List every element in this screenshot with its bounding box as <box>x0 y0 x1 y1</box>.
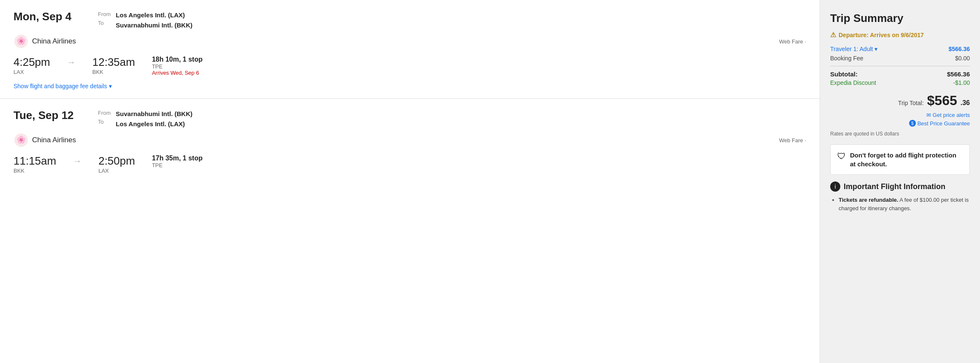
trip-total-label: Trip Total: <box>898 100 924 106</box>
trip-total-row: Trip Total: $565.36 <box>830 93 970 108</box>
trip-summary-title: Trip Summary <box>830 12 970 25</box>
protection-text: Don't forget to add flight protection at… <box>850 151 963 168</box>
important-title: Important Flight Information <box>844 182 945 191</box>
rates-note: Rates are quoted in US dollars <box>830 131 970 137</box>
return-date: Tue, Sep 12 <box>14 109 74 122</box>
main-content: Mon, Sep 4 From To Los Angeles Intl. (LA… <box>0 0 820 363</box>
booking-fee-value: $0.00 <box>955 55 970 62</box>
svg-text:🌸: 🌸 <box>16 36 26 46</box>
return-web-fare: Web Fare · <box>779 137 806 144</box>
departure-warning-text: Departure: Arrives on 9/6/2017 <box>839 32 924 38</box>
outbound-flight-segment: Mon, Sep 4 From To Los Angeles Intl. (LA… <box>0 0 820 99</box>
discount-value: -$1.00 <box>953 79 970 86</box>
trip-total-cents: .36 <box>961 99 970 107</box>
trip-total-dollars: $565 <box>927 93 957 108</box>
outbound-airline-name: China Airlines <box>32 37 76 46</box>
important-section: i Important Flight Information Tickets a… <box>830 182 970 212</box>
important-item-1: Tickets are refundable. A fee of $100.00… <box>839 196 970 212</box>
email-icon: ✉ <box>926 112 931 118</box>
outbound-stop: TPE <box>152 63 203 70</box>
return-airline-logo: 🌸 <box>14 133 29 148</box>
return-depart-code: BKK <box>14 168 56 174</box>
outbound-depart-time: 4:25pm <box>14 56 50 69</box>
subtotal-label: Subtotal: <box>830 70 858 78</box>
outbound-to-label: To <box>98 19 111 28</box>
return-arrow-icon: → <box>73 154 81 166</box>
best-price-guarantee-link[interactable]: $ Best Price Guarantee <box>909 120 970 127</box>
protection-box: 🛡 Don't forget to add flight protection … <box>830 144 970 175</box>
shield-icon: 🛡 <box>837 152 846 161</box>
outbound-from-airport: Los Angeles Intl. (LAX) <box>116 10 192 20</box>
traveler-row: Traveler 1: Adult ▾ $566.36 <box>830 46 970 52</box>
traveler-price: $566.36 <box>948 46 970 52</box>
discount-label: Expedia Discount <box>830 79 876 86</box>
outbound-arrive-time: 12:35am <box>92 56 135 69</box>
guarantee-icon: $ <box>909 120 916 127</box>
outbound-depart-code: LAX <box>14 69 50 75</box>
return-flight-segment: Tue, Sep 12 From To Suvarnabhumi Intl. (… <box>0 99 820 182</box>
discount-row: Expedia Discount -$1.00 <box>830 79 970 86</box>
outbound-to-airport: Suvarnabhumi Intl. (BKK) <box>116 20 192 30</box>
outbound-arrives-note: Arrives Wed, Sep 6 <box>152 70 203 76</box>
outbound-arrive-code: BKK <box>92 69 135 75</box>
outbound-duration: 18h 10m, 1 stop <box>152 56 203 63</box>
traveler-link[interactable]: Traveler 1: Adult ▾ <box>830 46 877 52</box>
return-arrive-time: 2:50pm <box>98 154 135 168</box>
important-header: i Important Flight Information <box>830 182 970 192</box>
return-duration: 17h 35m, 1 stop <box>152 154 203 162</box>
alert-links: ✉ Get price alerts $ Best Price Guarante… <box>830 112 970 127</box>
outbound-from-label: From <box>98 10 111 19</box>
svg-text:🌸: 🌸 <box>16 135 26 144</box>
get-price-alerts-link[interactable]: ✉ Get price alerts <box>926 112 970 118</box>
outbound-arrow-icon: → <box>67 56 76 67</box>
total-section: Trip Total: $565.36 ✉ Get price alerts $… <box>830 93 970 127</box>
return-airline-name: China Airlines <box>32 136 76 144</box>
outbound-date: Mon, Sep 4 <box>14 10 71 23</box>
return-to-airport: Los Angeles Intl. (LAX) <box>116 119 192 129</box>
departure-warning: ⚠ Departure: Arrives on 9/6/2017 <box>830 31 970 39</box>
subtotal-value: $566.36 <box>947 70 970 78</box>
outbound-airline-logo: 🌸 <box>14 34 29 49</box>
info-icon: i <box>830 182 840 192</box>
return-depart-time: 11:15am <box>14 154 56 168</box>
trip-summary-sidebar: Trip Summary ⚠ Departure: Arrives on 9/6… <box>820 0 980 363</box>
important-list: Tickets are refundable. A fee of $100.00… <box>830 196 970 212</box>
outbound-web-fare: Web Fare · <box>779 38 806 45</box>
return-from-airport: Suvarnabhumi Intl. (BKK) <box>116 109 192 119</box>
booking-fee-label: Booking Fee <box>830 55 864 62</box>
return-stop: TPE <box>152 162 203 168</box>
warning-icon: ⚠ <box>830 31 836 39</box>
subtotal-row: Subtotal: $566.36 <box>830 70 970 78</box>
outbound-show-details-link[interactable]: Show flight and baggage fee details ▾ <box>14 83 112 89</box>
return-from-label: From <box>98 109 111 118</box>
return-arrive-code: LAX <box>98 168 135 174</box>
divider-1 <box>830 66 970 66</box>
return-to-label: To <box>98 118 111 127</box>
booking-fee-row: Booking Fee $0.00 <box>830 55 970 62</box>
